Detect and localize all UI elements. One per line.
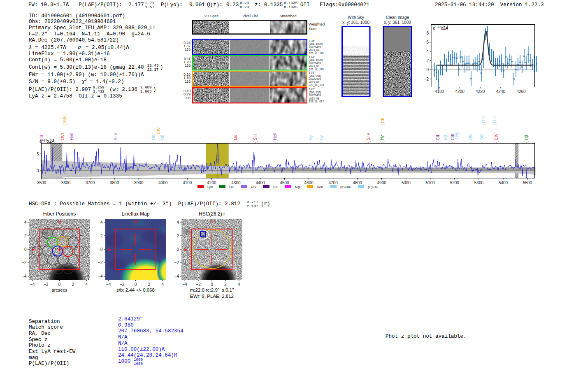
svg-text:3800: 3800 <box>110 181 119 185</box>
svg-text:Phot z plot not available.: Phot z plot not available. <box>386 334 467 339</box>
svg-text:N/A: N/A <box>118 334 128 340</box>
svg-text:P(Lyα):: P(Lyα): <box>161 2 183 8</box>
svg-text:096: 096 <box>185 96 191 100</box>
svg-text:E: E <box>108 247 111 252</box>
svg-text:4220: 4220 <box>476 89 485 94</box>
svg-text:{ CIV: { CIV <box>494 133 499 143</box>
svg-text:OII: OII <box>229 185 234 189</box>
svg-text:4200: 4200 <box>455 89 465 94</box>
svg-text:mag: mag <box>29 355 38 361</box>
svg-text:2.64129": 2.64129" <box>118 316 143 322</box>
svg-text:20220409: 20220409 <box>309 94 321 97</box>
svg-text:4900: 4900 <box>377 181 387 185</box>
svg-text:115: 115 <box>185 47 190 51</box>
svg-text:3600: 3600 <box>61 181 71 185</box>
svg-text:S/N = 9.0(±0.5): S/N = 9.0(±0.5) <box>29 79 75 85</box>
svg-text:{ HeII: { HeII <box>70 133 74 143</box>
svg-text:5000: 5000 <box>402 181 411 185</box>
svg-text:−2: −2 <box>98 260 103 265</box>
svg-text:CIII: CIII <box>273 185 278 189</box>
svg-text:0: 0 <box>426 67 429 72</box>
svg-text:N/A: N/A <box>118 341 128 346</box>
svg-text:{ SiIV: { SiIV <box>366 132 371 143</box>
svg-text:4: 4 <box>24 220 27 225</box>
svg-text:−4: −4 <box>106 282 111 287</box>
svg-text:5: 5 <box>37 152 39 156</box>
svg-text:Pixel Flat: Pixel Flat <box>242 14 258 18</box>
svg-text:{ OIII: { OIII <box>480 134 484 143</box>
svg-text:1000: 1000 <box>118 359 130 364</box>
svg-text:4600: 4600 <box>304 181 314 185</box>
svg-text:2: 2 <box>24 234 27 238</box>
svg-text:Smoothed: Smoothed <box>279 14 296 18</box>
svg-text:2: 2 <box>100 234 103 238</box>
svg-text:{ CIII: { CIII <box>381 116 385 125</box>
svg-text:{ OIII: { OIII <box>492 116 497 125</box>
svg-text:0: 0 <box>37 169 39 173</box>
svg-text:0.1335: 0.1335 <box>264 2 283 8</box>
svg-text:3700: 3700 <box>86 181 95 185</box>
svg-text:2: 2 <box>72 282 74 287</box>
svg-text:{ Hβ: { Hβ <box>444 135 448 143</box>
svg-text:0.23: 0.23 <box>226 2 239 8</box>
svg-text:−2: −2 <box>196 282 201 287</box>
svg-text:−2: −2 <box>120 282 125 287</box>
svg-text:2: 2 <box>177 234 179 238</box>
svg-text:−4: −4 <box>22 274 27 278</box>
svg-text:−2: −2 <box>424 77 429 81</box>
svg-text:1.23": 1.23" <box>309 88 316 90</box>
svg-text:0: 0 <box>177 247 179 252</box>
svg-text:EWr = 11.00(±2.90) (w: 10.00(±: EWr = 11.00(±2.90) (w: 10.00(±1.70))Å <box>29 72 144 78</box>
svg-text:LineFlux = 1.90(±0.31)e-16: LineFlux = 1.90(±0.31)e-16 <box>29 51 110 57</box>
svg-text:5300: 5300 <box>474 181 484 185</box>
svg-text:0.001: 0.001 <box>189 2 205 8</box>
svg-text:−2: −2 <box>174 260 179 265</box>
svg-text:Primary Spec_Slot_IFU_AMP: 329: Primary Spec_Slot_IFU_AMP: 329_088_029_L… <box>29 25 156 31</box>
svg-text:207.760683, 54.582354: 207.760683, 54.582354 <box>118 328 183 334</box>
svg-text:N: N <box>58 219 61 224</box>
svg-text:4180: 4180 <box>435 89 444 94</box>
svg-text:4: 4 <box>177 220 179 225</box>
svg-text:−4: −4 <box>174 274 179 278</box>
svg-text:Fiber Positions: Fiber Positions <box>43 211 76 217</box>
svg-text:−2: −2 <box>44 282 49 287</box>
svg-text:4: 4 <box>100 220 103 225</box>
svg-text:1.41": 1.41" <box>309 56 316 58</box>
svg-text:{ Hβ: { Hβ <box>524 135 529 143</box>
svg-text:329_LL_110: 329_LL_110 <box>309 68 324 71</box>
svg-text:0.23: 0.23 <box>240 5 249 9</box>
svg-text:(H)CaII: (H)CaII <box>368 185 379 189</box>
svg-text:4200: 4200 <box>207 181 216 185</box>
svg-text:E: E <box>184 247 187 252</box>
svg-text:4700: 4700 <box>328 181 338 185</box>
svg-text:{ OIII: { OIII <box>481 116 486 125</box>
svg-text:{ OIII: { OIII <box>468 134 473 143</box>
svg-text:0.980: 0.980 <box>118 322 134 328</box>
svg-text:4300: 4300 <box>231 181 241 185</box>
svg-text:P(LAE)/P(OII): 2.907: P(LAE)/P(OII): 2.907 <box>29 87 91 93</box>
svg-text:329_LL_109: 329_LL_109 <box>309 84 324 87</box>
svg-text:EWr: 9, PLAE: 2.812: EWr: 9, PLAE: 2.812 <box>190 294 234 299</box>
svg-text:Separation: Separation <box>29 319 60 325</box>
svg-text:4400: 4400 <box>255 181 265 185</box>
svg-text:4: 4 <box>426 49 429 54</box>
svg-text:N: N <box>210 219 214 224</box>
svg-text:4: 4 <box>86 282 88 287</box>
svg-text:4100: 4100 <box>183 181 192 185</box>
svg-text:5400: 5400 <box>499 181 508 185</box>
svg-text:(w: 2.136: (w: 2.136 <box>109 87 137 93</box>
svg-text:{ NV: { NV <box>234 135 238 143</box>
svg-text:x, y: 361, 1000: x, y: 361, 1000 <box>342 20 369 25</box>
svg-text:Q(z):: Q(z): <box>207 2 223 8</box>
svg-text:{ Hγ: { Hγ <box>309 135 313 143</box>
svg-text:{ OVI: { OVI <box>60 133 65 143</box>
svg-text:z:: z: <box>255 2 261 8</box>
svg-text:2: 2 <box>148 282 151 287</box>
svg-text:{ CII: { CII <box>436 135 440 143</box>
svg-text:λ: λ <box>29 45 32 51</box>
svg-text:σ: σ <box>78 45 81 51</box>
svg-text:{ Hγ: { Hγ <box>380 135 384 143</box>
svg-text:Est LyA rest-EW: Est LyA rest-EW <box>29 349 76 355</box>
svg-text:4: 4 <box>162 282 164 287</box>
svg-text:= 4225.47Å: = 4225.47Å <box>35 45 66 51</box>
